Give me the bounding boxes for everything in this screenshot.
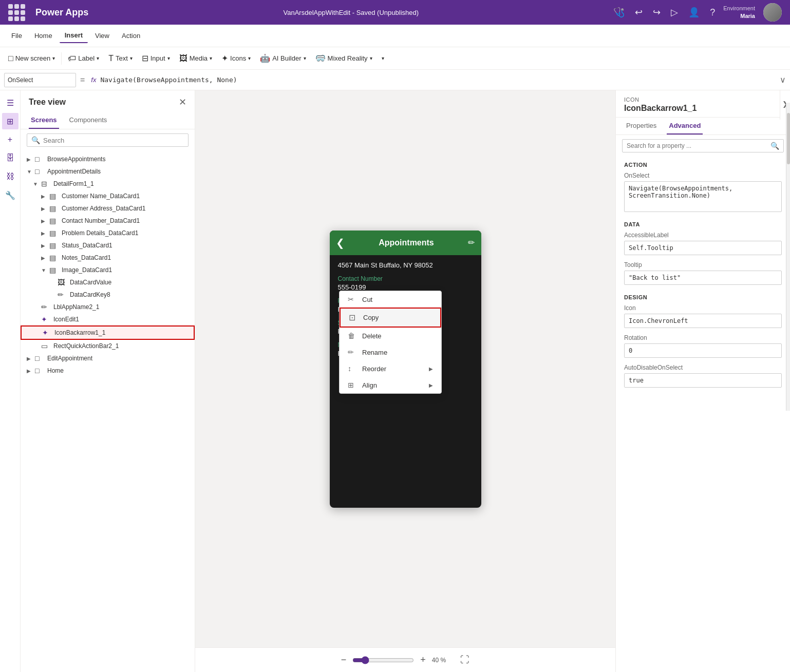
tree-item-problem-details[interactable]: ▶ ▤ Problem Details_DataCard1 (21, 227, 195, 239)
rotation-prop-value[interactable]: 0 (624, 343, 782, 358)
zoom-expand-button[interactable]: ⛶ (460, 655, 469, 665)
sidebar-icon-variables[interactable]: 🔧 (2, 187, 18, 203)
sidebar-icon-data[interactable]: 🗄 (2, 150, 18, 166)
on-select-prop-value[interactable]: Navigate(BrowseAppointments, ScreenTrans… (624, 181, 782, 212)
tree-item-browse-appointments[interactable]: ▶ □ BrowseAppointments (21, 153, 195, 165)
tree-item-datacardkey8[interactable]: ✏ DataCardKey8 (21, 289, 195, 301)
sidebar-icon-add[interactable]: + (2, 131, 18, 148)
menu-insert[interactable]: Insert (60, 28, 88, 43)
auto-disable-prop-value[interactable]: true (624, 373, 782, 388)
context-menu-align[interactable]: ⊞ Align ▶ (340, 377, 441, 393)
sidebar-icon-layers[interactable]: ⊞ (2, 113, 18, 129)
menu-file[interactable]: File (6, 29, 27, 43)
tree-item-customer-address[interactable]: ▶ ▤ Customer Address_DataCard1 (21, 202, 195, 215)
tree-item-lbl-appname[interactable]: ✏ LblAppName2_1 (21, 301, 195, 313)
phone-edit-icon[interactable]: ✏ (468, 238, 475, 247)
tree-item-image-datacard[interactable]: ▼ ▤ Image_DataCard1 (21, 264, 195, 276)
tree-item-status[interactable]: ▶ ▤ Status_DataCard1 (21, 239, 195, 252)
tab-properties[interactable]: Properties (624, 118, 659, 135)
reorder-icon: ↕ (348, 364, 357, 373)
context-menu-reorder[interactable]: ↕ Reorder ▶ (340, 360, 441, 377)
appointment-details-label: AppointmentDetails (47, 168, 101, 175)
context-menu-copy[interactable]: ⊡ Copy (340, 308, 441, 328)
auto-disable-prop-label: AutoDisableOnSelect (616, 362, 790, 372)
canvas-bottom: − + 40 % ⛶ (195, 647, 615, 672)
tooltip-prop-value[interactable]: "Back to list" (624, 271, 782, 285)
tree-item-edit-appointment[interactable]: ▶ □ EditAppointment (21, 352, 195, 364)
cut-icon: ✂ (348, 295, 357, 303)
play-icon[interactable]: ▷ (671, 7, 678, 18)
zoom-in-button[interactable]: + (420, 655, 426, 665)
tree-tab-screens[interactable]: Screens (29, 112, 59, 129)
image-datacard-label: Image_DataCard1 (62, 266, 112, 274)
datacardkey8-label: DataCardKey8 (70, 291, 110, 298)
tree-tab-components[interactable]: Components (67, 112, 109, 129)
sidebar-icon-menu[interactable]: ☰ (2, 94, 18, 111)
tree-item-contact-number[interactable]: ▶ ▤ Contact Number_DataCard1 (21, 215, 195, 227)
icon-prop-label: Icon (616, 302, 790, 313)
tree-search-input[interactable] (43, 137, 184, 144)
formula-input[interactable] (100, 76, 778, 84)
property-select[interactable]: OnSelect (4, 73, 76, 87)
context-menu-delete[interactable]: 🗑 Delete (340, 328, 441, 344)
menu-home[interactable]: Home (29, 29, 58, 43)
tree-item-home[interactable]: ▶ □ Home (21, 364, 195, 377)
icon-prop-value[interactable]: Icon.ChevronLeft (624, 314, 782, 328)
tree-item-icon-backarrow[interactable]: ✦ IconBackarrow1_1 (21, 325, 195, 340)
tree-item-icon-edit1[interactable]: ✦ IconEdit1 (21, 313, 195, 325)
tree-item-appointment-details[interactable]: ▼ □ AppointmentDetails (21, 165, 195, 178)
status-icon: ▤ (49, 241, 60, 249)
help-icon[interactable]: ? (710, 7, 715, 18)
reorder-label: Reorder (362, 365, 386, 373)
element-type-label: ICON (624, 97, 782, 103)
zoom-out-button[interactable]: − (341, 655, 347, 665)
problem-details-label: Problem Details_DataCard1 (62, 229, 138, 237)
text-button[interactable]: T Text ▾ (104, 51, 137, 66)
scrollbar-thumb[interactable] (787, 113, 790, 164)
new-screen-button[interactable]: □ New screen ▾ (4, 51, 59, 66)
sidebar-icon-connectors[interactable]: ⛓ (2, 168, 18, 185)
apps-grid-icon[interactable] (8, 4, 25, 21)
zoom-slider[interactable] (352, 656, 414, 664)
avatar[interactable] (763, 3, 782, 22)
tab-advanced[interactable]: Advanced (667, 118, 703, 135)
label-button[interactable]: 🏷 Label ▾ (64, 51, 103, 66)
mixed-reality-button[interactable]: 🥽 Mixed Reality ▾ (311, 50, 377, 66)
ai-builder-chevron: ▾ (304, 55, 306, 61)
accessible-label-prop-value[interactable]: Self.Tooltip (624, 241, 782, 255)
canvas-area: ❮ Appointments ✏ 4567 Main St Buffalo, N… (195, 90, 615, 672)
phone-back-icon[interactable]: ❮ (336, 237, 345, 249)
detailform-chevron-icon: ▼ (33, 181, 41, 187)
media-button[interactable]: 🖼 Media ▾ (175, 51, 216, 66)
rect-icon: ▭ (41, 342, 51, 350)
property-search-input[interactable] (627, 142, 767, 149)
redo-icon[interactable]: ↪ (653, 7, 661, 18)
stethoscope-icon[interactable]: 🩺 (613, 7, 625, 18)
app-title: VanArsdelAppWithEdit - Saved (Unpublishe… (284, 9, 419, 16)
context-menu-rename[interactable]: ✏ Rename (340, 344, 441, 360)
undo-icon[interactable]: ↩ (635, 7, 643, 18)
tree-item-customer-name[interactable]: ▶ ▤ Customer Name_DataCard1 (21, 190, 195, 202)
menu-action[interactable]: Action (117, 29, 145, 43)
tree-item-rect-quickaction[interactable]: ▭ RectQuickActionBar2_1 (21, 340, 195, 352)
formula-expand-icon[interactable]: ∨ (780, 75, 786, 85)
tree-item-detail-form[interactable]: ▼ ⊟ DetailForm1_1 (21, 178, 195, 190)
tree-item-datacardvalue[interactable]: 🖼 DataCardValue (21, 276, 195, 289)
menu-view[interactable]: View (90, 29, 115, 43)
phone-header: ❮ Appointments ✏ (330, 231, 481, 255)
tree-item-notes[interactable]: ▶ ▤ Notes_DataCard1 (21, 252, 195, 264)
media-label: Media (190, 54, 208, 62)
new-screen-label: New screen (15, 54, 51, 62)
notes-icon: ▤ (49, 254, 60, 262)
input-button[interactable]: ⊟ Input ▾ (138, 50, 174, 66)
more-button[interactable]: ▾ (378, 52, 388, 64)
user-icon[interactable]: 👤 (688, 7, 700, 18)
icons-button[interactable]: ✦ Icons ▾ (217, 50, 255, 66)
text-chevron: ▾ (130, 55, 133, 61)
zoom-level-label: 40 % (432, 657, 446, 664)
reorder-arrow-icon: ▶ (429, 366, 433, 372)
text-label: Text (116, 54, 128, 62)
ai-builder-button[interactable]: 🤖 AI Builder ▾ (256, 50, 310, 66)
context-menu-cut[interactable]: ✂ Cut (340, 291, 441, 308)
tree-close-button[interactable]: ✕ (179, 97, 186, 108)
